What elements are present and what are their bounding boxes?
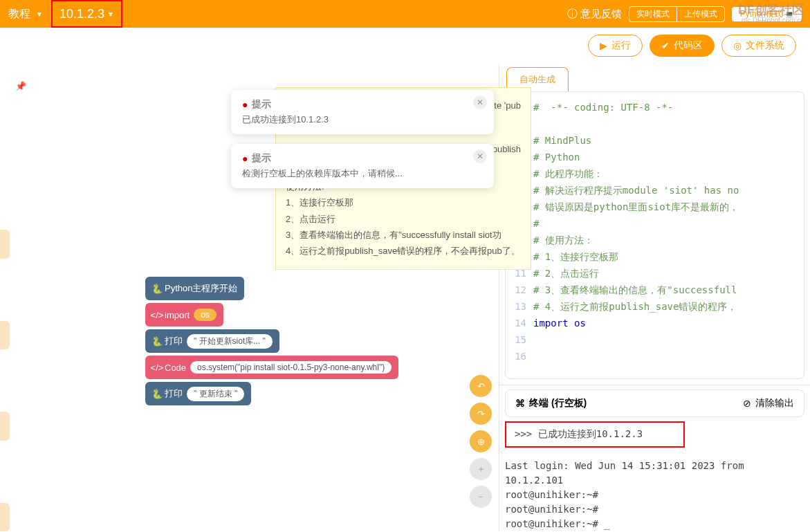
terminal-body[interactable]: >>> 已成功连接到10.1.2.3 Last login: Wed Jun 1… xyxy=(505,421,804,531)
sidebar-tab-1[interactable] xyxy=(0,230,10,259)
check-icon: ✔ xyxy=(661,40,670,51)
toast-checking: ✕ 提示 检测行空板上的依赖库版本中，请稍候... xyxy=(231,144,494,188)
terminal-header: ⌘ 终端 (行空板) ⊘ 清除输出 xyxy=(505,389,804,417)
block-pill[interactable]: os xyxy=(194,309,217,321)
block-label: 打印 xyxy=(165,335,183,347)
right-panel: 自动生成 1# -*- coding: UTF-8 -*-23# MindPlu… xyxy=(499,64,810,531)
center-icon[interactable]: ⊕ xyxy=(470,430,492,452)
code-line: 4# Python xyxy=(506,149,804,165)
tutorial-dropdown[interactable]: 教程 xyxy=(8,7,30,21)
ip-address-selector[interactable]: 10.1.2.3 ▼ xyxy=(51,0,122,28)
note-line-4: 4、运行之前报publish_save错误的程序，不会再报pub了。 xyxy=(286,243,521,259)
toast-body: 检测行空板上的依赖库版本中，请稍候... xyxy=(242,167,483,180)
toast-connected: ✕ 提示 已成功连接到10.1.2.3 xyxy=(231,90,494,134)
code-icon: </> xyxy=(149,310,165,320)
block-pill[interactable]: " 开始更新siot库... " xyxy=(187,334,273,349)
left-sidebar xyxy=(0,64,10,531)
redo-icon[interactable]: ↷ xyxy=(470,403,492,425)
target-icon: ◎ xyxy=(733,40,742,51)
block-label: Python主程序开始 xyxy=(165,282,237,295)
code-line: 9# 使用方法： xyxy=(506,232,804,248)
close-icon[interactable]: ✕ xyxy=(473,95,487,109)
block-code[interactable]: </> Code os.system("pip install siot-0.1… xyxy=(145,356,398,379)
note-line-3: 3、查看终端输出的信息，有"successfully install siot功 xyxy=(286,227,521,243)
zoom-out-icon[interactable]: － xyxy=(470,486,492,508)
terminal-highlighted-line: >>> 已成功连接到10.1.2.3 xyxy=(505,421,685,448)
undo-icon[interactable]: ↶ xyxy=(470,375,492,397)
toast-title: 提示 xyxy=(242,98,483,111)
terminal-output: Last login: Wed Jun 14 15:31:01 2023 fro… xyxy=(505,459,804,531)
question-icon: ⓘ xyxy=(567,8,578,21)
code-line: 16 xyxy=(506,348,804,365)
code-line: 13# 4、运行之前报publish_save错误的程序， xyxy=(506,298,804,315)
code-line: 10# 1、连接行空板那 xyxy=(506,248,804,265)
code-icon: </> xyxy=(149,363,165,373)
close-icon[interactable]: ✕ xyxy=(473,149,487,163)
clear-label: 清除输出 xyxy=(755,397,794,410)
code-line: 2 xyxy=(506,116,804,132)
python-icon: 🐍 xyxy=(149,284,165,294)
python-icon: 🐍 xyxy=(149,336,165,347)
canvas-controls: ↶ ↷ ⊕ ＋ － xyxy=(470,375,492,508)
block-pill[interactable]: os.system("pip install siot-0.1.5-py3-no… xyxy=(190,361,392,374)
feedback-link[interactable]: ⓘ 意见反馈 xyxy=(567,8,622,21)
block-main-start[interactable]: 🐍 Python主程序开始 xyxy=(145,277,244,300)
code-blocks: 🐍 Python主程序开始 </> import os 🐍 打印 " 开始更新s… xyxy=(145,277,398,408)
chevron-down-icon: ▼ xyxy=(107,10,114,18)
zoom-in-icon[interactable]: ＋ xyxy=(470,458,492,480)
note-line-2: 2、点击运行 xyxy=(286,211,521,227)
terminal-title: 终端 (行空板) xyxy=(529,397,587,410)
code-line: 3# MindPlus xyxy=(506,132,804,149)
block-label: 打印 xyxy=(165,387,183,400)
terminal-panel: ⌘ 终端 (行空板) ⊘ 清除输出 >>> 已成功连接到10.1.2.3 Las… xyxy=(499,385,810,531)
feedback-label: 意见反馈 xyxy=(580,8,622,21)
terminal-icon: ⌘ xyxy=(515,398,525,409)
run-label: 运行 xyxy=(611,39,631,52)
block-import[interactable]: </> import os xyxy=(145,303,223,327)
code-editor[interactable]: 1# -*- coding: UTF-8 -*-23# MindPlus4# P… xyxy=(505,91,804,379)
chevron-down-icon: ▼ xyxy=(36,10,43,18)
sidebar-tab-4[interactable] xyxy=(0,503,10,532)
note-line-1: 1、连接行空板那 xyxy=(286,194,521,210)
code-line: 1# -*- coding: UTF-8 -*- xyxy=(506,99,804,116)
code-line: 15 xyxy=(506,331,804,348)
python-icon: 🐍 xyxy=(149,389,165,399)
code-area-label: 代码区 xyxy=(674,39,703,52)
realtime-mode-button[interactable]: 实时模式 xyxy=(629,7,677,21)
pin-column: 📌 xyxy=(10,64,32,531)
filesystem-label: 文件系统 xyxy=(746,39,784,52)
code-area-button[interactable]: ✔ 代码区 xyxy=(650,35,715,57)
sidebar-tab-2[interactable] xyxy=(0,321,10,350)
code-line: 14import os xyxy=(506,315,804,331)
code-line: 8# xyxy=(506,215,804,232)
play-icon: ▶ xyxy=(600,40,607,51)
code-line: 11# 2、点击运行 xyxy=(506,265,804,282)
watermark-url: mc.DFRobot.com.cn xyxy=(742,17,804,24)
run-button[interactable]: ▶ 运行 xyxy=(588,35,643,57)
watermark-title: DF创客社区 xyxy=(738,1,804,18)
code-line: 5# 此程序功能： xyxy=(506,165,804,182)
sidebar-tab-3[interactable] xyxy=(0,412,10,441)
clear-output-button[interactable]: ⊘ 清除输出 xyxy=(743,397,794,410)
block-label: import xyxy=(165,310,190,320)
code-line: 7# 错误原因是python里面siot库不是最新的， xyxy=(506,199,804,215)
code-line: 12# 3、查看终端输出的信息，有"successfull xyxy=(506,282,804,298)
block-label: Code xyxy=(165,363,186,373)
block-print-1[interactable]: 🐍 打印 " 开始更新siot库... " xyxy=(145,329,279,353)
clear-icon: ⊘ xyxy=(743,398,751,409)
block-pill[interactable]: " 更新结束 " xyxy=(187,387,244,401)
ip-address-text: 10.1.2.3 xyxy=(59,7,104,21)
block-print-2[interactable]: 🐍 打印 " 更新结束 " xyxy=(145,382,251,405)
code-line: 6# 解决运行程序提示module 'siot' has no xyxy=(506,182,804,199)
header-bar: 教程 ▼ 10.1.2.3 ▼ ⓘ 意见反馈 实时模式 上传模式 Python模… xyxy=(0,0,810,28)
mode-toggle: 实时模式 上传模式 xyxy=(629,6,725,22)
toast-title: 提示 xyxy=(242,152,483,165)
pin-icon[interactable]: 📌 xyxy=(15,81,26,91)
action-bar: ▶ 运行 ✔ 代码区 ◎ 文件系统 xyxy=(0,28,810,64)
filesystem-button[interactable]: ◎ 文件系统 xyxy=(721,35,796,57)
upload-mode-button[interactable]: 上传模式 xyxy=(677,7,724,21)
block-canvas[interactable]: ute 'pub 错 >publish 使用方法: 1、连接行空板那 2、点击运… xyxy=(32,64,499,531)
toast-body: 已成功连接到10.1.2.3 xyxy=(242,113,483,126)
